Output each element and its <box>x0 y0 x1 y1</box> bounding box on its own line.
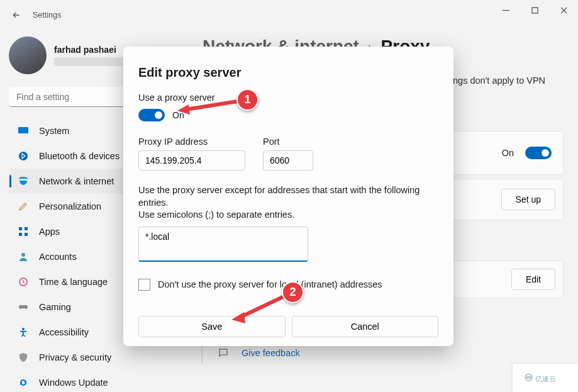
toggle-state-label: On <box>172 110 184 120</box>
app-title: Settings <box>33 11 61 20</box>
minimize-button[interactable] <box>491 0 520 20</box>
svg-point-3 <box>19 152 28 160</box>
bluetooth-icon <box>18 150 29 162</box>
proxy-auto-card[interactable]: On <box>453 131 564 175</box>
nav-label: Accounts <box>39 252 77 262</box>
nav-privacy[interactable]: Privacy & security <box>9 345 189 370</box>
annotation-marker-1: 1 <box>236 89 258 111</box>
svg-rect-6 <box>19 233 22 236</box>
local-bypass-label: Don't use the proxy server for local (in… <box>158 279 382 289</box>
nav-label: Network & internet <box>39 176 114 186</box>
svg-point-10 <box>22 328 25 330</box>
nav-label: Bluetooth & devices <box>39 151 119 161</box>
exceptions-input[interactable] <box>138 227 308 262</box>
save-button[interactable]: Save <box>138 316 286 337</box>
profile-username: farhad pashaei <box>54 45 123 55</box>
svg-point-8 <box>21 253 25 257</box>
nav-update[interactable]: Windows Update <box>9 370 189 392</box>
on-label: On <box>502 148 514 158</box>
vpn-hint-text: ngs don't apply to VPN <box>453 76 545 86</box>
feedback-link[interactable]: Give feedback <box>242 348 300 358</box>
svg-rect-7 <box>25 233 28 236</box>
proxy-manual-card[interactable]: Edit <box>453 260 564 298</box>
exceptions-description: Use the proxy server except for addresse… <box>138 184 438 221</box>
cancel-button[interactable]: Cancel <box>292 316 439 337</box>
monitor-icon <box>18 125 29 137</box>
apps-icon <box>18 226 29 237</box>
nav-label: Gaming <box>39 302 71 312</box>
nav-label: Accessibility <box>39 327 89 337</box>
proxy-ip-input[interactable] <box>138 150 245 171</box>
svg-rect-0 <box>532 8 538 13</box>
profile-email-blurred <box>54 57 123 66</box>
local-bypass-checkbox[interactable] <box>138 279 150 291</box>
use-proxy-toggle[interactable] <box>138 109 165 121</box>
update-icon <box>18 377 29 388</box>
annotation-marker-2: 2 <box>282 281 304 303</box>
avatar <box>9 36 47 74</box>
nav-label: Windows Update <box>39 378 108 388</box>
use-proxy-label: Use a proxy server <box>138 92 438 103</box>
proxy-port-input[interactable] <box>263 150 313 171</box>
watermark: 亿速云 <box>513 364 578 392</box>
auto-detect-toggle[interactable] <box>525 147 552 159</box>
svg-rect-2 <box>18 127 28 133</box>
svg-rect-4 <box>19 227 22 230</box>
svg-text:亿速云: 亿速云 <box>535 374 556 382</box>
clock-icon <box>18 276 29 288</box>
nav-label: Privacy & security <box>39 352 111 362</box>
setup-button[interactable]: Set up <box>501 189 555 210</box>
svg-rect-5 <box>25 227 28 230</box>
nav-label: Personalization <box>39 201 101 211</box>
edit-button[interactable]: Edit <box>511 269 555 290</box>
nav-label: Time & language <box>39 277 108 287</box>
dialog-title: Edit proxy server <box>138 65 438 80</box>
ip-label: Proxy IP address <box>138 137 245 147</box>
maximize-button[interactable] <box>520 0 549 20</box>
nav-label: Apps <box>39 227 60 237</box>
accessibility-icon <box>18 327 29 338</box>
back-button[interactable] <box>9 8 24 23</box>
person-icon <box>18 251 29 262</box>
proxy-script-card[interactable]: Set up <box>453 179 564 220</box>
paintbrush-icon <box>18 201 29 212</box>
close-button[interactable] <box>549 0 578 20</box>
feedback-icon <box>218 347 229 359</box>
nav-label: System <box>39 126 69 136</box>
wifi-icon <box>18 176 29 187</box>
shield-icon <box>18 352 29 363</box>
gamepad-icon <box>18 301 29 313</box>
port-label: Port <box>263 137 313 147</box>
